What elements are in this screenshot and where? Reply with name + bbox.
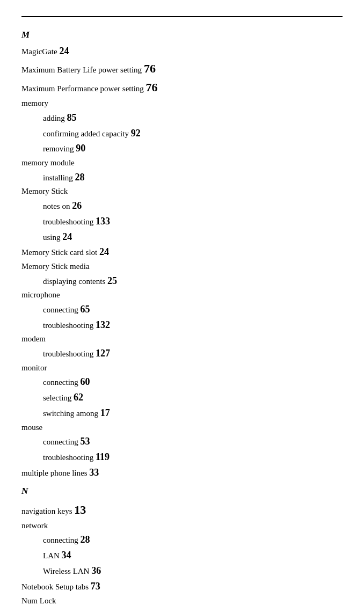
entry-network-lan: LAN 34	[21, 548, 343, 563]
entry-magicgate-num: 24	[59, 46, 69, 56]
entry-monitor-selecting-num: 62	[74, 392, 83, 403]
entry-memory-confirming-num: 92	[131, 128, 141, 139]
entry-network-connecting-num: 28	[81, 534, 90, 545]
entry-memory-stick-troubleshooting: troubleshooting 133	[21, 214, 343, 229]
entry-monitor-switching-num: 17	[100, 407, 110, 418]
entry-network-wireless-lan-num: 36	[91, 565, 101, 576]
entry-navigation-keys: navigation keys 13	[21, 501, 343, 519]
entry-memory-module-installing-num: 28	[75, 172, 85, 183]
entry-mouse-connecting: connecting 53	[21, 434, 343, 449]
entry-microphone-connecting: connecting 65	[21, 302, 343, 317]
section-letter-m: M	[21, 28, 343, 42]
entry-monitor: monitor	[21, 362, 343, 374]
entry-mouse: mouse	[21, 421, 343, 434]
entry-memory-stick-notes: notes on 26	[21, 199, 343, 214]
page: M MagicGate 24 Maximum Battery Life powe…	[0, 0, 364, 605]
entry-memory-stick-media: Memory Stick media	[21, 260, 343, 273]
entry-microphone: microphone	[21, 289, 343, 301]
section-n: N navigation keys 13 network connecting …	[21, 484, 343, 605]
entry-network-lan-num: 34	[62, 550, 71, 560]
entry-modem-troubleshooting: troubleshooting 127	[21, 346, 343, 361]
section-m: M MagicGate 24 Maximum Battery Life powe…	[21, 28, 343, 480]
entry-memory: memory	[21, 97, 343, 110]
entry-microphone-connecting-num: 65	[81, 304, 90, 315]
entry-navigation-keys-num: 13	[74, 503, 86, 516]
entry-memory-stick-media-displaying-num: 25	[107, 275, 117, 286]
entry-memory-adding-num: 85	[67, 112, 77, 123]
entry-memory-stick-notes-num: 26	[72, 200, 82, 211]
entry-memory-stick-card-slot-num: 24	[99, 246, 109, 257]
entry-mouse-connecting-num: 53	[81, 436, 90, 447]
entry-magicgate: MagicGate 24	[21, 44, 343, 59]
section-letter-n: N	[21, 484, 343, 498]
entry-notebook-setup-tabs-num: 73	[91, 581, 100, 592]
entry-multiple-phone-lines: multiple phone lines 33	[21, 465, 343, 480]
entry-memory-stick-card-slot: Memory Stick card slot 24	[21, 245, 343, 260]
entry-memory-stick-using: using 24	[21, 230, 343, 245]
entry-monitor-selecting: selecting 62	[21, 390, 343, 405]
entry-modem-troubleshooting-num: 127	[96, 348, 110, 359]
entry-memory-removing-num: 90	[76, 143, 85, 154]
entry-monitor-connecting-num: 60	[81, 376, 90, 387]
entry-memory-module: memory module	[21, 157, 343, 169]
entry-microphone-troubleshooting-num: 132	[96, 319, 110, 330]
entry-memory-confirming: confirming added capacity 92	[21, 126, 343, 141]
entry-memory-stick: Memory Stick	[21, 185, 343, 198]
entry-notebook-setup-tabs: Notebook Setup tabs 73	[21, 579, 343, 594]
entry-memory-removing: removing 90	[21, 141, 343, 156]
top-border	[21, 16, 343, 17]
entry-memory-adding: adding 85	[21, 111, 343, 126]
entry-memory-stick-media-displaying: displaying contents 25	[21, 274, 343, 289]
entry-monitor-connecting: connecting 60	[21, 375, 343, 390]
entry-microphone-troubleshooting: troubleshooting 132	[21, 318, 343, 333]
entry-num-lock: Num Lock	[21, 595, 343, 605]
index-content: M MagicGate 24 Maximum Battery Life powe…	[21, 28, 343, 605]
entry-mouse-troubleshooting: troubleshooting 119	[21, 450, 343, 465]
entry-network-connecting: connecting 28	[21, 533, 343, 548]
entry-max-performance: Maximum Performance power setting 76	[21, 78, 343, 97]
entry-monitor-switching: switching among 17	[21, 406, 343, 421]
entry-max-battery: Maximum Battery Life power setting 76	[21, 60, 343, 78]
entry-multiple-phone-lines-num: 33	[89, 467, 99, 478]
entry-network: network	[21, 520, 343, 532]
entry-memory-stick-using-num: 24	[62, 231, 72, 242]
entry-modem: modem	[21, 333, 343, 345]
entry-max-battery-num: 76	[144, 62, 156, 75]
entry-network-wireless-lan: Wireless LAN 36	[21, 564, 343, 579]
entry-memory-stick-troubleshooting-num: 133	[96, 216, 110, 227]
entry-mouse-troubleshooting-num: 119	[96, 451, 110, 462]
entry-memory-module-installing: installing 28	[21, 170, 343, 185]
entry-max-performance-num: 76	[146, 81, 158, 94]
